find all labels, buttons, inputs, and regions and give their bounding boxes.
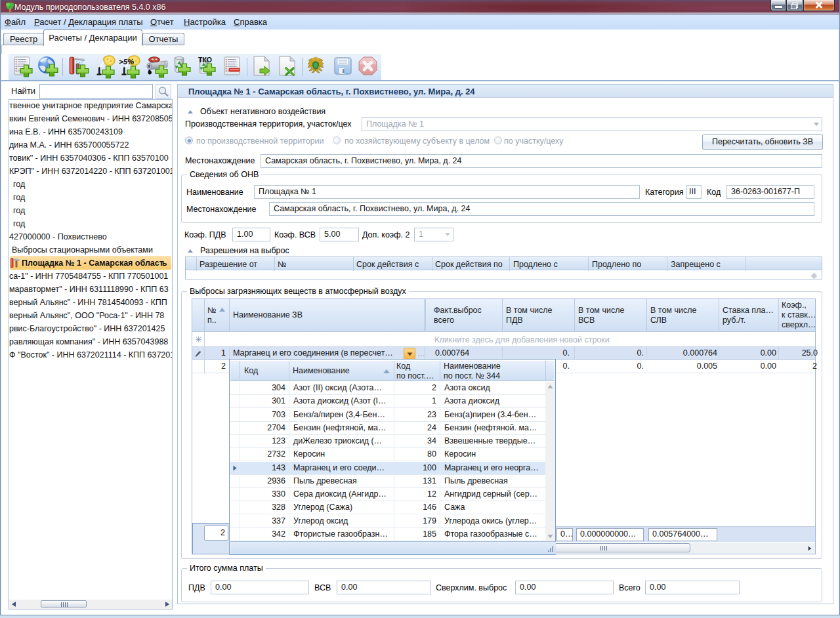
- svg-text:>5%: >5%: [119, 58, 134, 66]
- svg-text:ТКО: ТКО: [198, 56, 212, 64]
